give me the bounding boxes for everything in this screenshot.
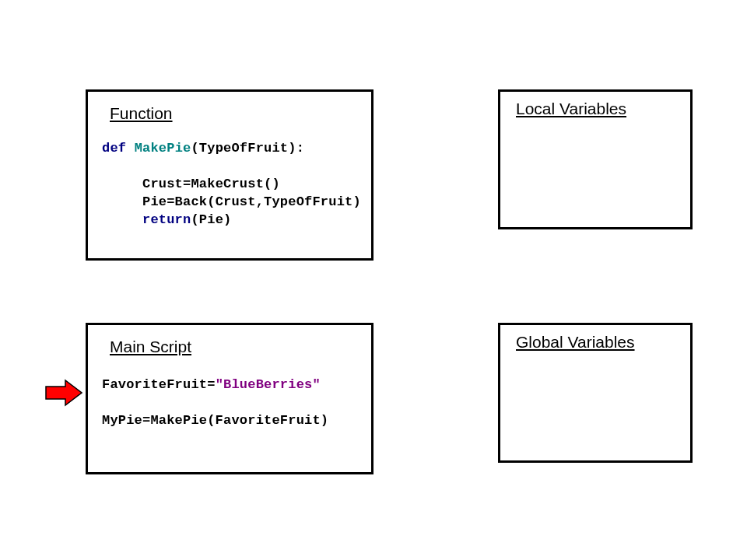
return-tail: (Pie) bbox=[191, 212, 231, 227]
function-title: Function bbox=[110, 104, 357, 123]
arrow-icon bbox=[45, 379, 82, 407]
main-script-code: FavoriteFruit="BlueBerries" MyPie=MakePi… bbox=[102, 376, 357, 430]
function-params: (TypeOfFruit): bbox=[191, 141, 304, 156]
assign-string: "BlueBerries" bbox=[216, 377, 321, 392]
main-script-box: Main Script FavoriteFruit="BlueBerries" … bbox=[86, 323, 374, 474]
script-line-2: MyPie=MakePie(FavoriteFruit) bbox=[102, 413, 328, 428]
global-variables-title: Global Variables bbox=[516, 333, 679, 352]
local-variables-title: Local Variables bbox=[516, 100, 679, 118]
assign-lhs: FavoriteFruit= bbox=[102, 377, 216, 392]
function-box: Function def MakePie(TypeOfFruit): Crust… bbox=[86, 89, 374, 261]
code-line-1: Crust=MakeCrust() bbox=[142, 177, 280, 191]
code-line-2: Pie=Back(Crust,TypeOfFruit) bbox=[142, 194, 361, 209]
global-variables-box: Global Variables bbox=[498, 323, 693, 463]
function-name: MakePie bbox=[135, 141, 191, 156]
main-script-title: Main Script bbox=[110, 338, 357, 356]
function-code: def MakePie(TypeOfFruit): Crust=MakeCrus… bbox=[102, 140, 357, 229]
return-keyword: return bbox=[142, 212, 191, 227]
local-variables-box: Local Variables bbox=[498, 89, 693, 229]
svg-marker-0 bbox=[46, 380, 82, 405]
def-keyword: def bbox=[102, 141, 126, 156]
